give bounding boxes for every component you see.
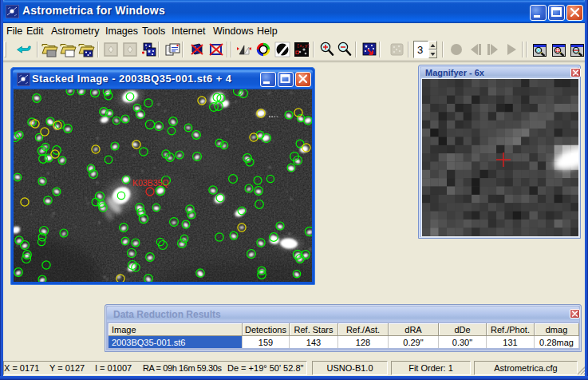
svg-text:[x,y]: [x,y]: [297, 43, 310, 49]
svg-text:K03B35Q: K03B35Q: [132, 178, 169, 188]
